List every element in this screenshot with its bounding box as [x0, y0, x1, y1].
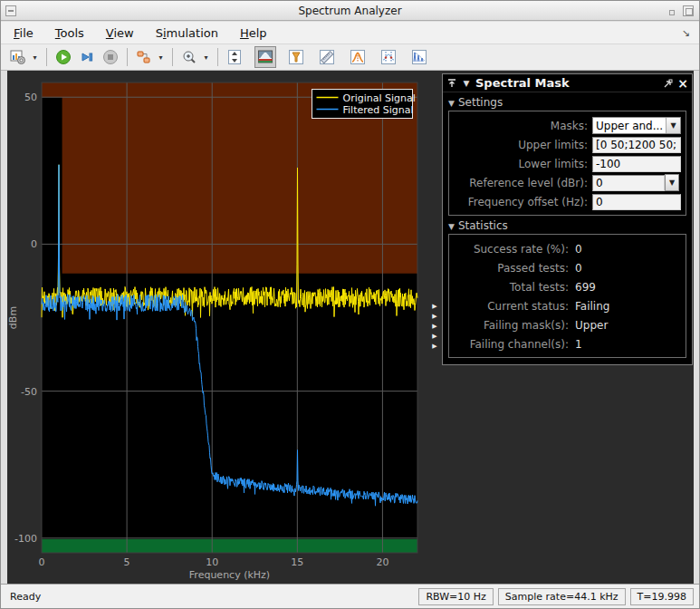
stop-icon	[102, 49, 119, 65]
spectrum-plot: 500-50-10005101520Frequency (kHz)dBmOrig…	[7, 71, 441, 588]
frequency-offset-row: Frequency offset (Hz):	[449, 192, 682, 211]
scope-settings-button[interactable]	[7, 46, 29, 68]
upper-limits-label: Upper limits:	[449, 139, 592, 151]
svg-text:10: 10	[206, 556, 218, 568]
passed-tests-row: Passed tests: 0	[449, 258, 682, 277]
sample-rate-indicator: Sample rate=44.1 kHz	[498, 588, 626, 605]
failing-channel-label: Failing channel(s):	[449, 338, 569, 351]
restore-icon[interactable]	[666, 5, 677, 16]
step-forward-button[interactable]	[76, 46, 98, 68]
svg-text:dBm: dBm	[7, 306, 19, 329]
simulation-source-dropdown[interactable]: ▾	[156, 46, 166, 68]
window-funnel-icon	[288, 49, 304, 65]
reference-level-input[interactable]	[592, 175, 665, 191]
panel-header: ▼ Spectral Mask ×	[443, 74, 692, 92]
rbw-indicator: RBW=10 Hz	[418, 588, 493, 605]
success-rate-label: Success rate (%):	[449, 243, 569, 256]
menu-bar: File Tools View Simulation Help ↘	[1, 22, 699, 44]
cursor-measurements-button[interactable]	[378, 46, 399, 68]
status-text: Ready	[6, 591, 414, 603]
collapse-arrow-icon[interactable]: ▶	[429, 302, 440, 311]
span-full-view-icon	[226, 49, 243, 65]
statistics-group: Success rate (%): 0 Passed tests: 0 Tota…	[448, 234, 686, 358]
dock-icon[interactable]	[663, 78, 674, 89]
scope-settings-icon	[10, 49, 26, 65]
settings-group: Masks: Upper and... ▼ Upper limits: Lowe…	[448, 111, 686, 216]
svg-text:Original Signal: Original Signal	[343, 92, 416, 104]
menu-simulation[interactable]: Simulation	[156, 26, 218, 40]
total-tests-label: Total tests:	[449, 281, 569, 294]
pin-icon[interactable]	[446, 78, 457, 89]
success-rate-value: 0	[575, 243, 582, 256]
main-content: 500-50-10005101520Frequency (kHz)dBmOrig…	[7, 71, 694, 585]
masks-dropdown[interactable]: Upper and... ▼	[592, 117, 681, 134]
collapse-arrow-icon[interactable]: ▶	[429, 332, 440, 341]
svg-text:Frequency (kHz): Frequency (kHz)	[189, 569, 270, 581]
maximize-icon[interactable]	[683, 5, 694, 16]
stop-button[interactable]	[100, 46, 121, 68]
statistics-section-header[interactable]: ▼Statistics	[443, 216, 692, 234]
lower-limits-input[interactable]	[592, 156, 681, 172]
masks-dropdown-arrow-icon[interactable]: ▼	[666, 118, 680, 133]
frequency-offset-input[interactable]	[592, 194, 681, 210]
svg-text:Filtered Signal: Filtered Signal	[343, 104, 414, 116]
minimize-icon[interactable]	[5, 5, 16, 16]
current-status-row: Current status: Failing	[449, 296, 682, 315]
menu-tools[interactable]: Tools	[55, 26, 84, 40]
upper-limits-row: Upper limits:	[449, 135, 682, 154]
spectrum-analyzer-window: Spectrum Analyzer File Tools View Simula…	[0, 0, 700, 609]
spectral-mask-button[interactable]	[254, 46, 276, 68]
lower-limits-row: Lower limits:	[449, 154, 682, 173]
collapse-panel-icon[interactable]: ▼	[461, 78, 472, 89]
run-button[interactable]	[53, 46, 74, 68]
run-icon	[55, 49, 72, 65]
title-bar: Spectrum Analyzer	[1, 1, 699, 21]
settings-section-header[interactable]: ▼Settings	[443, 92, 692, 111]
zoom-in-button[interactable]	[178, 46, 200, 68]
svg-text:0: 0	[39, 556, 45, 568]
svg-text:20: 20	[376, 556, 388, 568]
status-bar: Ready RBW=10 Hz Sample rate=44.1 kHz T=1…	[1, 584, 699, 608]
passed-tests-value: 0	[575, 262, 582, 275]
window-title: Spectrum Analyzer	[298, 5, 401, 17]
masks-label: Masks:	[449, 120, 592, 132]
masks-row: Masks: Upper and... ▼	[449, 116, 682, 135]
menu-file[interactable]: File	[14, 26, 34, 40]
reference-level-label: Reference level (dBr):	[449, 177, 592, 189]
upper-limits-input[interactable]	[592, 137, 681, 153]
collapse-arrow-icon[interactable]: ▶	[429, 312, 440, 321]
failing-mask-value: Upper	[575, 319, 608, 332]
scope-settings-dropdown[interactable]: ▾	[30, 46, 40, 68]
svg-text:50: 50	[24, 92, 37, 103]
distortion-measurements-button[interactable]	[408, 46, 430, 68]
ruler-button[interactable]	[316, 46, 338, 68]
current-status-value: Failing	[575, 300, 609, 313]
step-forward-icon	[79, 49, 95, 65]
svg-text:-100: -100	[14, 533, 37, 545]
peak-finder-button[interactable]	[347, 46, 369, 68]
failing-mask-label: Failing mask(s):	[449, 319, 569, 332]
svg-text:-50: -50	[21, 386, 37, 398]
plot-window: 500-50-10005101520Frequency (kHz)dBmOrig…	[7, 71, 441, 585]
failing-channel-row: Failing channel(s): 1	[449, 334, 682, 353]
reference-level-dropdown-arrow-icon[interactable]: ▼	[665, 174, 679, 191]
zoom-dropdown[interactable]: ▾	[201, 46, 211, 68]
window-funnel-button[interactable]	[285, 46, 307, 68]
panel-collapse-handle[interactable]: ▶▶▶▶▶	[429, 302, 440, 351]
simulation-source-button[interactable]	[133, 46, 155, 68]
svg-text:15: 15	[291, 556, 303, 568]
collapse-arrow-icon[interactable]: ▶	[429, 342, 440, 351]
span-full-view-button[interactable]	[224, 46, 245, 68]
undock-arrow-icon[interactable]: ↘	[682, 27, 690, 39]
close-icon[interactable]: ×	[677, 78, 688, 89]
collapse-arrow-icon[interactable]: ▶	[429, 322, 440, 331]
menu-view[interactable]: View	[106, 26, 134, 40]
masks-value: Upper and...	[593, 120, 666, 132]
total-tests-row: Total tests: 699	[449, 277, 682, 296]
menu-help[interactable]: Help	[240, 26, 267, 40]
svg-text:0: 0	[31, 238, 37, 250]
cursor-measurements-icon	[380, 49, 397, 65]
panel-title: Spectral Mask	[475, 76, 659, 90]
spectral-mask-panel: ▼ Spectral Mask × ▼Settings Masks: Upper…	[442, 73, 693, 365]
total-tests-value: 699	[575, 281, 596, 294]
